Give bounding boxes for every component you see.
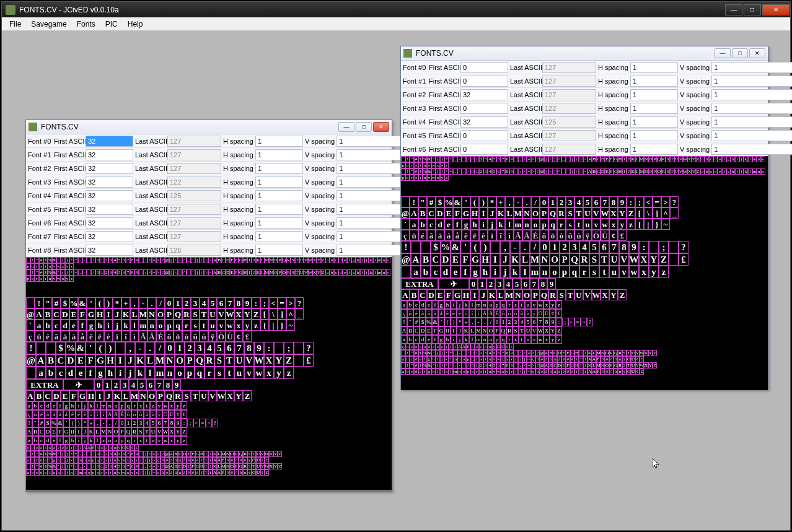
glyph-cell[interactable]: m: [475, 335, 482, 344]
glyph-cell[interactable]: f: [347, 269, 351, 276]
first-ascii-input[interactable]: [460, 116, 508, 128]
glyph-cell[interactable]: u: [488, 356, 492, 362]
glyph-cell[interactable]: ö: [174, 331, 182, 342]
glyph-cell[interactable]: [294, 342, 304, 354]
glyph-cell[interactable]: Ü: [169, 410, 175, 419]
glyph-cell[interactable]: ]: [178, 257, 182, 263]
glyph-cell[interactable]: i: [451, 300, 457, 309]
glyph-cell[interactable]: ä: [51, 410, 57, 419]
glyph-cell[interactable]: G: [438, 326, 444, 335]
glyph-cell[interactable]: 0: [470, 362, 475, 368]
glyph-cell[interactable]: (: [61, 463, 65, 469]
glyph-cell[interactable]: 6: [496, 156, 501, 162]
glyph-cell[interactable]: c: [35, 457, 39, 463]
first-ascii-input[interactable]: [460, 89, 508, 100]
v-spacing-input[interactable]: [711, 76, 792, 87]
glyph-cell[interactable]: ?: [304, 342, 314, 354]
glyph-cell[interactable]: !: [26, 342, 36, 354]
glyph-cell[interactable]: f: [48, 457, 52, 463]
glyph-cell[interactable]: ~: [208, 257, 213, 263]
glyph-cell[interactable]: q: [95, 469, 100, 476]
glyph-cell[interactable]: v: [52, 263, 56, 269]
glyph-cell[interactable]: Ö: [217, 331, 226, 342]
glyph-cell[interactable]: 4: [113, 451, 117, 457]
glyph-cell[interactable]: ï: [574, 368, 579, 375]
glyph-cell[interactable]: G: [462, 207, 470, 219]
glyph-cell[interactable]: h: [431, 368, 436, 375]
glyph-cell[interactable]: n: [757, 156, 761, 162]
glyph-cell[interactable]: a: [700, 156, 705, 162]
glyph-cell[interactable]: /: [531, 196, 540, 207]
glyph-cell[interactable]: j: [440, 356, 444, 362]
glyph-cell[interactable]: Å: [217, 469, 221, 476]
glyph-cell[interactable]: >: [156, 257, 161, 263]
glyph-cell[interactable]: J: [252, 257, 256, 263]
glyph-cell[interactable]: O: [531, 207, 540, 219]
glyph-cell[interactable]: b: [421, 266, 431, 278]
glyph-cell[interactable]: ê: [87, 331, 95, 342]
glyph-cell[interactable]: &: [427, 156, 431, 162]
glyph-cell[interactable]: [26, 269, 30, 276]
glyph-cell[interactable]: z: [134, 469, 139, 476]
glyph-cell[interactable]: ü: [161, 469, 165, 476]
glyph-cell[interactable]: &: [427, 168, 431, 175]
glyph-cell[interactable]: |: [574, 156, 579, 162]
glyph-cell[interactable]: ë: [451, 309, 457, 318]
glyph-cell[interactable]: p: [91, 469, 95, 476]
glyph-cell[interactable]: X: [644, 350, 648, 356]
glyph-cell[interactable]: <: [269, 297, 278, 308]
glyph-cell[interactable]: r: [506, 300, 513, 309]
glyph-cell[interactable]: v: [117, 469, 121, 476]
glyph-cell[interactable]: ô: [165, 331, 174, 342]
glyph-cell[interactable]: Ä: [587, 356, 592, 362]
glyph-cell[interactable]: Q: [657, 168, 661, 175]
glyph-cell[interactable]: ï: [463, 309, 469, 318]
glyph-cell[interactable]: |: [644, 219, 653, 230]
glyph-cell[interactable]: M: [640, 156, 644, 162]
glyph-cell[interactable]: M: [265, 257, 269, 263]
glyph-cell[interactable]: }: [204, 269, 208, 276]
glyph-cell[interactable]: I: [470, 289, 479, 300]
glyph-cell[interactable]: 1: [125, 419, 131, 427]
first-ascii-input[interactable]: [86, 163, 133, 174]
glyph-cell[interactable]: (: [436, 168, 440, 175]
glyph-cell[interactable]: ': [431, 168, 436, 175]
glyph-cell[interactable]: à: [57, 410, 63, 419]
glyph-cell[interactable]: <: [522, 168, 527, 175]
glyph-cell[interactable]: |: [518, 368, 522, 375]
glyph-cell[interactable]: @: [401, 207, 410, 219]
glyph-cell[interactable]: ä: [61, 331, 69, 342]
glyph-cell[interactable]: û: [239, 457, 243, 463]
glyph-cell[interactable]: ê: [431, 344, 436, 350]
glyph-cell[interactable]: Ö: [252, 457, 256, 463]
glyph-cell[interactable]: 3: [108, 451, 113, 457]
glyph-cell[interactable]: £: [640, 356, 644, 362]
glyph-cell[interactable]: %: [423, 362, 427, 368]
glyph-cell[interactable]: l: [449, 368, 453, 375]
glyph-cell[interactable]: Ö: [252, 469, 256, 476]
glyph-cell[interactable]: u: [150, 436, 156, 445]
glyph-cell[interactable]: -: [457, 350, 462, 356]
glyph-cell[interactable]: T: [566, 289, 574, 300]
glyph-cell[interactable]: c: [413, 300, 420, 309]
glyph-cell[interactable]: A: [587, 168, 592, 175]
glyph-cell[interactable]: i: [436, 368, 440, 375]
glyph-cell[interactable]: 0: [494, 318, 500, 326]
glyph-cell[interactable]: $: [43, 451, 48, 457]
glyph-cell[interactable]: ï: [69, 445, 74, 451]
glyph-cell[interactable]: b: [46, 367, 56, 379]
glyph-cell[interactable]: r: [410, 162, 414, 168]
glyph-cell[interactable]: b: [43, 320, 52, 331]
glyph-cell[interactable]: R: [182, 308, 191, 320]
glyph-cell[interactable]: H: [574, 362, 579, 368]
glyph-cell[interactable]: 8: [130, 463, 134, 469]
h-spacing-input[interactable]: [630, 130, 678, 141]
glyph-cell[interactable]: #: [39, 257, 43, 263]
last-ascii-input[interactable]: [167, 136, 221, 147]
glyph-cell[interactable]: h: [356, 269, 360, 276]
glyph-cell[interactable]: 0: [165, 297, 174, 308]
glyph-cell[interactable]: m: [453, 356, 457, 362]
glyph-cell[interactable]: c: [709, 156, 713, 162]
glyph-cell[interactable]: 0: [470, 156, 475, 162]
glyph-cell[interactable]: ": [43, 297, 52, 308]
